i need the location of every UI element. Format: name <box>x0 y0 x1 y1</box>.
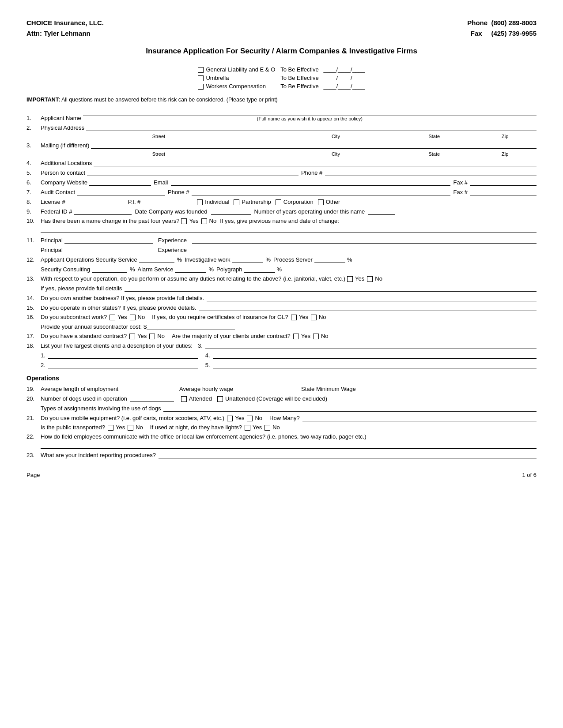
q11-exp2-input[interactable] <box>192 246 537 253</box>
q16-block: 16. Do you subcontract work? Yes No If y… <box>26 314 537 330</box>
q18-1-input[interactable] <box>48 352 198 359</box>
q18-row2: 2. 5. <box>41 361 537 368</box>
q21-t-no-label: No <box>136 424 143 431</box>
q13-block: 13. With respect to your operation, do y… <box>26 275 537 292</box>
coverage-checkbox-2[interactable]: Umbrella <box>195 74 278 82</box>
q12-polygraph-input[interactable] <box>244 266 275 273</box>
q9-years-input[interactable] <box>368 208 395 215</box>
q9-federal-input[interactable] <box>74 208 132 215</box>
q11-num: 11. <box>26 237 41 244</box>
q17-yes-checkbox[interactable] <box>129 334 135 339</box>
q8-other-checkbox[interactable] <box>318 199 324 205</box>
q19-row: 19. Average length of employment Average… <box>26 385 537 392</box>
coverage-checkbox-3[interactable]: Workers Compensation <box>195 82 278 90</box>
q8-corporation-checkbox[interactable] <box>276 199 281 205</box>
footer: Page 1 of 6 <box>26 472 537 478</box>
q20-unattended-checkbox[interactable] <box>217 396 223 402</box>
q18-2-input[interactable] <box>48 361 198 368</box>
q11-principal2-label: Principal <box>41 247 63 253</box>
q17-maj-yes-checkbox[interactable] <box>293 334 299 339</box>
q6-fax-input[interactable] <box>470 179 537 186</box>
q7-phone-input[interactable] <box>192 188 450 195</box>
q10-answer-input[interactable] <box>41 227 537 233</box>
q8-license-input[interactable] <box>67 198 125 205</box>
q16-cost-input[interactable] <box>147 323 235 330</box>
q23-input[interactable] <box>159 451 537 458</box>
coverage-row-2: Umbrella To Be Effective ____/____/____ <box>195 74 367 82</box>
q5-phone-input[interactable] <box>325 169 537 176</box>
q22-input[interactable] <box>41 443 537 449</box>
q15-input[interactable] <box>199 304 537 311</box>
q19-wage-input[interactable] <box>238 385 296 392</box>
q11-principal1-input[interactable] <box>64 236 153 244</box>
q7-fax-label: Fax # <box>453 189 468 195</box>
q6-num: 6. <box>26 179 41 186</box>
q21-t-yes-checkbox[interactable] <box>108 425 113 431</box>
q10-no-checkbox[interactable] <box>201 218 207 224</box>
q12-consulting-input[interactable] <box>92 266 127 273</box>
q12-pct5: % <box>208 266 214 273</box>
q19-min-input[interactable] <box>361 385 410 392</box>
q16-no-checkbox[interactable] <box>130 315 136 320</box>
q8-partnership-checkbox[interactable] <box>234 199 239 205</box>
q12-alarm-input[interactable] <box>175 266 206 273</box>
q9-founded-input[interactable] <box>211 208 251 215</box>
q21-how-input[interactable] <box>302 414 537 421</box>
q13-no-checkbox[interactable] <box>367 276 373 282</box>
q6-website-input[interactable] <box>89 179 151 186</box>
q22-label: How do field employees communicate with … <box>41 433 367 440</box>
footer-page-label: Page <box>26 472 40 478</box>
q4-input[interactable] <box>94 159 537 166</box>
q20-attended-checkbox[interactable] <box>181 396 187 402</box>
q2-zip-label: Zip <box>473 134 537 139</box>
q16-cert-no-checkbox[interactable] <box>311 315 317 320</box>
coverage-table: General Liability and E & O To Be Effect… <box>195 65 367 90</box>
q8-pi-input[interactable] <box>144 198 188 205</box>
q18-5-input[interactable] <box>213 361 537 368</box>
q20-types-input[interactable] <box>163 405 537 412</box>
q8-individual-checkbox[interactable] <box>197 199 203 205</box>
q21-t-no-checkbox[interactable] <box>128 425 133 431</box>
q18-4-input[interactable] <box>213 352 537 359</box>
q21-yes-checkbox[interactable] <box>227 416 233 421</box>
attn: Attn: Tyler Lehmann <box>26 28 104 39</box>
q1-input[interactable] <box>83 109 537 116</box>
q5-contact-input[interactable] <box>87 169 299 176</box>
q1-num: 1. <box>26 115 41 121</box>
q12-row2: Security Consulting % Alarm Service % Po… <box>41 266 537 273</box>
q18-3-input[interactable] <box>205 342 537 349</box>
q11-exp1-input[interactable] <box>192 236 537 244</box>
q7-contact-input[interactable] <box>77 188 165 195</box>
coverage-checkbox-1[interactable]: General Liability and E & O <box>195 65 278 74</box>
q11-principal2-input[interactable] <box>64 246 153 253</box>
q21-yes-label: Yes <box>235 415 244 421</box>
q16-yes-checkbox[interactable] <box>110 315 115 320</box>
q21-l-no-checkbox[interactable] <box>264 425 270 431</box>
q17-maj-no-checkbox[interactable] <box>313 334 319 339</box>
q16-cert-yes-checkbox[interactable] <box>291 315 297 320</box>
q17-no-checkbox[interactable] <box>149 334 155 339</box>
q3-input[interactable] <box>91 142 537 149</box>
q12-investigative-input[interactable] <box>232 256 263 263</box>
q5-num: 5. <box>26 169 41 176</box>
q21-row1: 21. Do you use mobile equipment? (i.e. g… <box>26 414 537 421</box>
q10-yes-checkbox[interactable] <box>181 218 187 224</box>
q13-details-input[interactable] <box>125 285 537 292</box>
q21-no-checkbox[interactable] <box>247 416 253 421</box>
q21-l-yes-checkbox[interactable] <box>245 425 250 431</box>
q12-process-input[interactable] <box>314 256 345 263</box>
q14-input[interactable] <box>207 294 537 301</box>
q7-fax-input[interactable] <box>470 188 537 195</box>
q8-num: 8. <box>26 199 41 205</box>
q6-fax-label: Fax # <box>453 179 468 186</box>
q19-length-input[interactable] <box>121 385 174 392</box>
q2-input[interactable] <box>86 124 537 131</box>
q20-dogs-input[interactable] <box>130 395 174 402</box>
q18-2-label: 2. <box>41 362 45 368</box>
q3-street-label: Street <box>41 151 277 157</box>
q6-email-input[interactable] <box>171 179 451 186</box>
q12-row1: 12. Applicant Operations Security Servic… <box>26 256 537 263</box>
q13-yes-checkbox[interactable] <box>347 276 353 282</box>
q3-sublabels: Street City State Zip <box>41 151 537 157</box>
q12-security-input[interactable] <box>139 256 174 263</box>
